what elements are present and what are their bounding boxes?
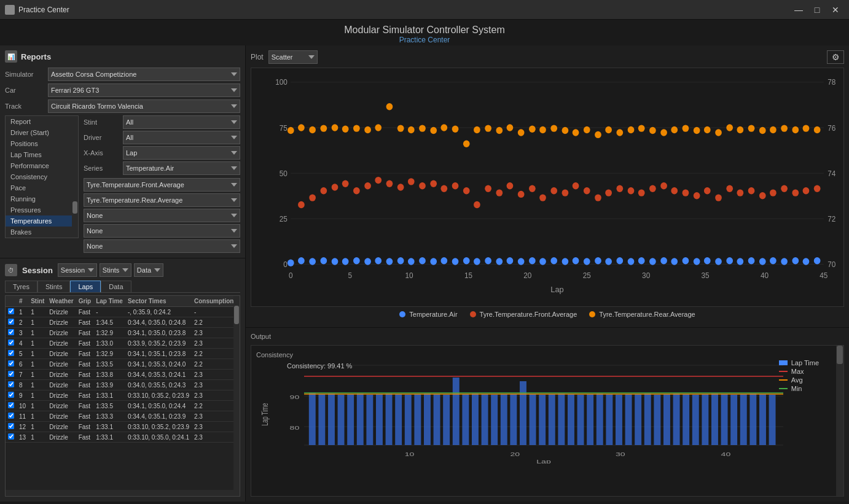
row-checkbox-12[interactable] xyxy=(8,433,14,440)
row-checkbox-6[interactable] xyxy=(8,371,14,377)
nav-item-pace[interactable]: Pace xyxy=(6,182,78,193)
series2-select[interactable]: Tyre.Temperature.Front.Average xyxy=(84,178,240,192)
scatter-chart-svg: 100 75 50 25 0 78 76 74 72 70 xyxy=(251,68,843,306)
series6-select[interactable]: None xyxy=(84,239,240,253)
table-scrollbar-h[interactable] xyxy=(6,490,240,496)
output-scroll-thumb[interactable] xyxy=(837,346,843,364)
series4-select[interactable]: None xyxy=(84,209,240,222)
svg-point-118 xyxy=(759,192,766,199)
nav-item-positions[interactable]: Positions xyxy=(6,138,78,149)
svg-point-92 xyxy=(474,201,480,208)
driver-label: Driver xyxy=(84,134,120,141)
svg-point-113 xyxy=(704,187,711,194)
cell-10-3: Fast xyxy=(76,411,94,422)
maximize-button[interactable]: □ xyxy=(808,2,826,17)
row-checkbox-7[interactable] xyxy=(8,381,14,387)
nav-item-consistency[interactable]: Consistency xyxy=(6,171,78,182)
row-checkbox-0[interactable] xyxy=(8,308,14,314)
driver-select[interactable]: All xyxy=(123,131,240,144)
svg-point-164 xyxy=(726,124,733,131)
col-header-stint: Stint xyxy=(28,296,47,307)
stints-select[interactable]: Stints xyxy=(100,263,131,277)
table-scrollbar-v[interactable] xyxy=(233,296,240,496)
row-checkbox-1[interactable] xyxy=(8,319,14,325)
table-scroll-thumb-v[interactable] xyxy=(234,306,239,324)
xaxis-label: X-Axis xyxy=(84,149,120,157)
svg-point-39 xyxy=(419,257,426,264)
tab-stints[interactable]: Stints xyxy=(37,281,71,292)
simulator-select[interactable]: Assetto Corsa Competizione xyxy=(48,68,240,81)
consistency-svg: 90 80 10 20 30 40 Lap xyxy=(256,359,831,463)
nav-scroll-thumb[interactable] xyxy=(72,201,77,214)
car-select[interactable]: Ferrari 296 GT3 xyxy=(48,83,240,97)
row-checkbox-10[interactable] xyxy=(8,413,14,419)
series1-select[interactable]: Temperature.Air xyxy=(123,161,240,175)
svg-point-59 xyxy=(638,257,645,264)
svg-point-154 xyxy=(616,129,623,136)
app-subtitle[interactable]: Practice Center xyxy=(0,36,849,44)
svg-point-150 xyxy=(573,129,579,136)
svg-rect-188 xyxy=(328,394,335,445)
chart-settings-button[interactable]: ⚙ xyxy=(827,50,844,64)
nav-item-running[interactable]: Running xyxy=(6,193,78,204)
track-select[interactable]: Circuit Ricardo Tormo Valencia xyxy=(48,99,240,113)
cell-1-2: Drizzle xyxy=(47,317,76,328)
stint-select[interactable]: All xyxy=(123,115,240,129)
nav-item-pressures[interactable]: Pressures xyxy=(6,204,78,215)
series-row: Series Temperature.Air xyxy=(84,161,240,175)
nav-item-performance[interactable]: Performance xyxy=(6,160,78,171)
series5-select[interactable]: None xyxy=(84,224,240,238)
cell-3-1: 1 xyxy=(28,338,47,349)
session-tabs: Tyres Stints Laps Data xyxy=(5,281,240,293)
nav-item-temperatures[interactable]: Temperatures xyxy=(6,215,78,227)
nav-item-brakes[interactable]: Brakes xyxy=(6,227,78,238)
data-select[interactable]: Data xyxy=(134,263,163,277)
svg-point-156 xyxy=(638,125,645,131)
row-checkbox-4[interactable] xyxy=(8,350,14,356)
series3-select[interactable]: Tyre.Temperature.Rear.Average xyxy=(84,193,240,207)
output-label: Output xyxy=(251,333,271,340)
close-button[interactable]: ✕ xyxy=(827,2,844,17)
legend-dot-front xyxy=(470,311,476,317)
nav-item-report[interactable]: Report xyxy=(6,116,78,127)
svg-point-79 xyxy=(332,184,338,190)
output-scrollbar-v[interactable] xyxy=(836,346,843,496)
row-checkbox-8[interactable] xyxy=(8,392,14,398)
svg-point-41 xyxy=(440,257,447,264)
nav-item-lap-times[interactable]: Lap Times xyxy=(6,149,78,160)
cell-3-5: 0:33.9, 0:35.2, 0:23.9 xyxy=(125,338,192,349)
svg-point-87 xyxy=(419,182,426,189)
row-checkbox-9[interactable] xyxy=(8,402,14,408)
tab-data[interactable]: Data xyxy=(101,281,131,292)
nav-item-driver-(start)[interactable]: Driver (Start) xyxy=(6,127,78,138)
svg-rect-234 xyxy=(769,395,776,445)
cell-11-3: Fast xyxy=(76,422,94,432)
svg-text:20: 20 xyxy=(510,451,520,457)
cell-6-4: 1:33.8 xyxy=(93,370,125,380)
row-checkbox-11[interactable] xyxy=(8,423,14,429)
cell-5-3: Fast xyxy=(76,359,94,370)
tab-laps[interactable]: Laps xyxy=(70,281,101,292)
svg-point-148 xyxy=(550,125,557,131)
session-select[interactable]: Session xyxy=(58,263,97,277)
svg-point-158 xyxy=(660,129,667,136)
session-dropdowns: Session Stints Data xyxy=(58,263,163,277)
svg-rect-224 xyxy=(673,394,680,445)
minimize-button[interactable]: — xyxy=(790,2,807,17)
svg-point-52 xyxy=(562,258,569,265)
svg-point-50 xyxy=(539,258,546,265)
chart-section: Plot Scatter ⚙ xyxy=(246,45,849,328)
cell-2-6: 2.3 xyxy=(192,328,236,338)
plot-type-select[interactable]: Scatter xyxy=(268,50,318,64)
svg-point-162 xyxy=(704,126,711,133)
svg-point-76 xyxy=(298,201,305,208)
tab-tyres[interactable]: Tyres xyxy=(5,281,37,292)
row-checkbox-3[interactable] xyxy=(8,339,14,346)
row-checkbox-5[interactable] xyxy=(8,360,14,366)
xaxis-select[interactable]: Lap xyxy=(123,146,240,160)
cell-0-2: Drizzle xyxy=(47,307,76,317)
table-row: 91DrizzleFast1:33.10:33.10, 0:35.2, 0:23… xyxy=(6,390,240,401)
nav-scrollbar[interactable] xyxy=(72,116,78,238)
cell-2-2: Drizzle xyxy=(47,328,76,338)
row-checkbox-2[interactable] xyxy=(8,329,14,335)
